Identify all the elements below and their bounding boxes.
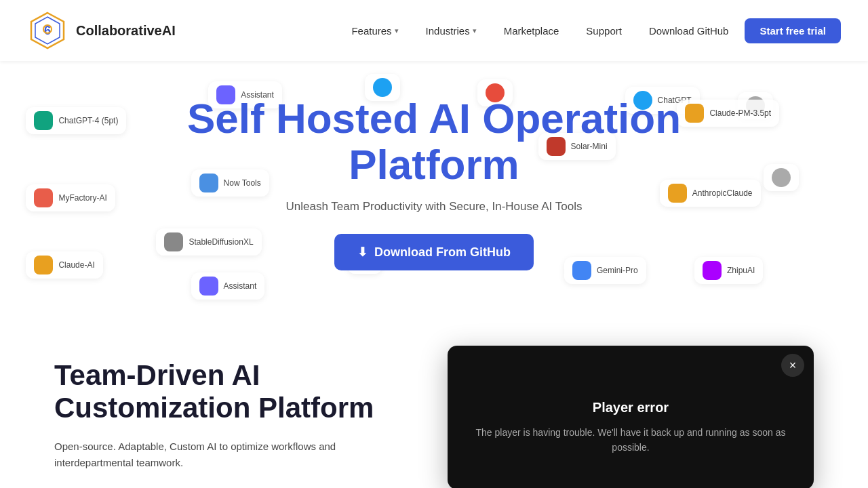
left-content: Team-Driven AI Customization Platform Op… bbox=[54, 359, 407, 471]
chevron-down-icon: ▾ bbox=[395, 26, 399, 35]
list-item bbox=[738, 92, 773, 119]
hero-subtitle: Unleash Team Productivity with Secure, I… bbox=[286, 200, 583, 214]
hero-section: ChatGPT-4 (5pt) Assistant ChatGPT MyFact… bbox=[0, 61, 868, 319]
nav-links: Features ▾ Industries ▾ Marketplace Supp… bbox=[340, 18, 841, 43]
download-icon: ⬇ bbox=[357, 245, 368, 260]
logo-text: CollaborativeAI bbox=[76, 23, 176, 39]
player-error-title: Player error bbox=[468, 400, 793, 415]
logo-icon: 6 bbox=[27, 10, 68, 51]
video-inner: Player error The player is having troubl… bbox=[448, 346, 814, 488]
nav-industries[interactable]: Industries ▾ bbox=[415, 20, 488, 42]
chevron-down-icon: ▾ bbox=[473, 26, 477, 35]
list-item: Claude-AI bbox=[26, 251, 102, 279]
nav-marketplace[interactable]: Marketplace bbox=[493, 20, 570, 42]
list-item bbox=[764, 164, 799, 191]
hero-title: Self Hosted AI Operation Platform bbox=[129, 96, 739, 188]
list-item: Gemini-Pro bbox=[564, 257, 646, 284]
section-title: Team-Driven AI Customization Platform bbox=[54, 359, 407, 425]
navbar: 6 CollaborativeAI Features ▾ Industries … bbox=[0, 0, 868, 61]
player-error-desc: The player is having trouble. We'll have… bbox=[468, 425, 793, 455]
video-modal: × Player error The player is having trou… bbox=[448, 346, 814, 488]
section-desc: Open-source. Adaptable, Custom AI to opt… bbox=[54, 439, 407, 471]
list-item: ChatGPT-4 (5pt) bbox=[26, 107, 126, 134]
list-item: ZhipuAI bbox=[694, 257, 763, 284]
logo[interactable]: 6 CollaborativeAI bbox=[27, 10, 176, 51]
nav-download-github[interactable]: Download GitHub bbox=[638, 20, 740, 42]
start-free-trial-button[interactable]: Start free trial bbox=[745, 18, 841, 43]
nav-support[interactable]: Support bbox=[575, 20, 633, 42]
download-github-button[interactable]: ⬇ Download From GitHub bbox=[334, 234, 534, 270]
list-item: Assistant bbox=[191, 272, 265, 300]
nav-features[interactable]: Features ▾ bbox=[340, 20, 409, 42]
list-item: MyFactory-AI bbox=[26, 184, 115, 211]
list-item: StableDiffusionXL bbox=[156, 228, 261, 256]
modal-close-button[interactable]: × bbox=[781, 354, 804, 377]
lower-section: Team-Driven AI Customization Platform Op… bbox=[0, 319, 868, 488]
